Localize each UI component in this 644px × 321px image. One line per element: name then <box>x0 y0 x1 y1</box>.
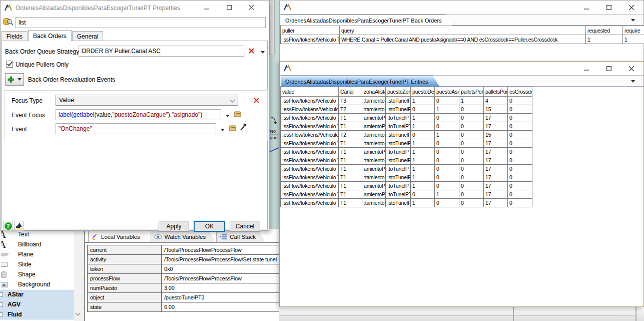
table-cell[interactable]: T1 <box>339 114 362 122</box>
table-cell[interactable]: 17 <box>484 156 508 165</box>
library-scrollbar[interactable] <box>74 229 82 321</box>
table-cell[interactable]: 17 <box>484 122 508 131</box>
table-cell[interactable]: 0 <box>435 148 459 156</box>
table-cell[interactable]: 1 <box>411 122 435 131</box>
table-cell[interactable]: :toTunelPT12 <box>386 165 411 173</box>
table-cell[interactable]: 0 <box>435 139 459 148</box>
highlight-object-button[interactable] <box>14 221 24 231</box>
table-cell[interactable]: amientoPT13 <box>362 182 386 190</box>
table-cell[interactable]: state <box>88 302 162 312</box>
table-cell[interactable]: :tamientoPT1 <box>362 105 386 114</box>
table-cell[interactable]: /Tools/ProcessFlow/ProcessFlow/Set state… <box>162 255 280 264</box>
table-cell[interactable]: :toTunelPT15 <box>386 148 411 156</box>
delete-event-icon[interactable] <box>252 96 260 104</box>
focus-type-select[interactable]: Value <box>56 95 238 106</box>
table-cell[interactable]: T1 <box>339 190 362 199</box>
unique-pullers-checkbox[interactable] <box>6 61 13 68</box>
table-cell[interactable]: /Tools/ProcessFlow/ProcessFlow <box>162 245 280 255</box>
table-cell[interactable]: 0 <box>508 148 532 156</box>
table-cell[interactable]: :stoTunelPT7 <box>386 173 411 182</box>
column-header[interactable]: puestoZonaC <box>386 87 411 97</box>
table-row[interactable]: :ssFlow/tokens/Vehiculo T1~377T1:tamient… <box>281 139 532 148</box>
table-cell[interactable]: T1 <box>339 122 362 131</box>
table-cell[interactable]: 1 <box>586 35 623 44</box>
table-cell[interactable]: :toTunelPT14 <box>386 190 411 199</box>
table-cell[interactable]: :ssFlow/tokens/Vehiculo T1~377 <box>281 139 339 148</box>
table-cell[interactable]: 1 <box>411 173 435 182</box>
table-cell[interactable]: 15 <box>484 131 508 139</box>
apply-button[interactable]: Apply <box>159 221 189 232</box>
back-orders-tab[interactable]: OrdenesAlistadasDisponiblesParaEscogerTu… <box>281 15 453 26</box>
maximize-button[interactable] <box>597 1 620 14</box>
table-cell[interactable]: amientoPT12 <box>362 122 386 131</box>
table-cell[interactable]: 1 <box>435 105 459 114</box>
library-item-text[interactable]: AText <box>0 229 74 239</box>
table-cell[interactable]: 3.00 <box>162 283 280 293</box>
table-cell[interactable]: 17 <box>484 173 508 182</box>
table-cell[interactable]: :stoTunelPT1 <box>386 105 411 114</box>
table-cell[interactable]: 0 <box>508 122 532 131</box>
table-cell[interactable]: 15 <box>484 105 508 114</box>
table-cell[interactable]: 0x0 <box>162 264 280 274</box>
tab-local-variables[interactable]: Local Variables <box>88 230 150 242</box>
table-row[interactable]: :ssFlow/tokens/Vehiculo T1~450T1:tamient… <box>281 173 532 182</box>
table-cell[interactable]: 0 <box>435 173 459 182</box>
table-row[interactable]: :ssFlow/tokens/Vehiculo T1~485T1:tamient… <box>281 199 532 207</box>
table-cell[interactable]: :toTunelPT13 <box>386 114 411 122</box>
table-cell[interactable]: current <box>88 245 162 255</box>
help-button[interactable]: ? <box>3 221 13 231</box>
column-header[interactable]: require <box>623 26 644 35</box>
event-input[interactable]: "OnChange" <box>56 123 216 134</box>
table-cell[interactable]: 0 <box>435 182 459 190</box>
table-cell[interactable]: 0 <box>508 182 532 190</box>
table-cell[interactable]: 6.00 <box>162 302 280 312</box>
table-row[interactable]: :ssFlow/tokens/Vehiculo T3~369WHERE Cana… <box>281 35 644 44</box>
table-cell[interactable]: 0 <box>459 165 484 173</box>
entries-tab[interactable]: OrdenesAlistadasDisponiblesParaEscogerTu… <box>281 76 440 87</box>
table-cell[interactable]: 1 <box>623 35 644 44</box>
table-cell[interactable]: 1 <box>411 97 435 105</box>
event-sampler-icon[interactable] <box>240 123 247 131</box>
table-cell[interactable]: 0 <box>508 97 532 105</box>
table-cell[interactable]: 0 <box>459 122 484 131</box>
table-cell[interactable]: :ssFlow/tokens/Vehiculo T1~485 <box>281 199 339 207</box>
table-cell[interactable]: 1 <box>411 182 435 190</box>
table-cell[interactable]: 0 <box>435 122 459 131</box>
table-cell[interactable]: T1 <box>339 199 362 207</box>
table-cell[interactable]: 17 <box>484 148 508 156</box>
table-cell[interactable]: 17 <box>484 165 508 173</box>
tab-list-dropdown[interactable] <box>629 78 636 85</box>
table-cell[interactable]: T1 <box>339 182 362 190</box>
table-cell[interactable]: :tamientoPT8 <box>362 156 386 165</box>
table-cell[interactable]: 0 <box>411 190 435 199</box>
table-row[interactable]: token0x0 <box>88 264 280 274</box>
table-cell[interactable]: amientoPT14 <box>362 114 386 122</box>
table-cell[interactable]: T2 <box>339 105 362 114</box>
table-cell[interactable]: :ssFlow/tokens/Vehiculo T1~402 <box>281 148 339 156</box>
table-cell[interactable]: 0 <box>459 182 484 190</box>
close-button[interactable] <box>620 1 642 14</box>
table-cell[interactable]: :stoTunelPT8 <box>386 156 411 165</box>
table-cell[interactable]: 0 <box>508 156 532 165</box>
expander-icon[interactable] <box>0 312 3 317</box>
library-item-slide[interactable]: Slide <box>0 259 74 269</box>
delete-strategy-icon[interactable] <box>247 47 255 55</box>
expander-icon[interactable] <box>0 302 3 307</box>
close-button[interactable] <box>240 1 263 14</box>
column-header[interactable]: Canal <box>339 87 362 97</box>
table-cell[interactable]: 1 <box>411 199 435 207</box>
table-row[interactable]: :ssFlow/tokens/Vehiculo T1~472T1amientoP… <box>281 190 532 199</box>
table-cell[interactable]: :ssFlow/tokens/Vehiculo T1~425 <box>281 165 339 173</box>
table-cell[interactable]: 1 <box>411 114 435 122</box>
table-cell[interactable]: T1 <box>339 165 362 173</box>
column-header[interactable]: puestoAsigna <box>435 87 459 97</box>
background-scrollbar[interactable] <box>269 0 275 55</box>
table-cell[interactable]: :essFlow/tokens/Vehiculo T2~73 <box>281 105 339 114</box>
table-cell[interactable]: :toTunelPT11 <box>386 122 411 131</box>
table-row[interactable]: :ssFlow/tokens/Vehiculo T1~438T1amientoP… <box>281 182 532 190</box>
close-button[interactable] <box>620 62 642 75</box>
library-item-background[interactable]: Background <box>0 279 74 289</box>
table-row[interactable]: :ssFlow/tokens/Vehiculo T1~402T1amientoP… <box>281 148 532 156</box>
table-cell[interactable]: 0 <box>459 148 484 156</box>
table-cell[interactable]: 1 <box>411 148 435 156</box>
